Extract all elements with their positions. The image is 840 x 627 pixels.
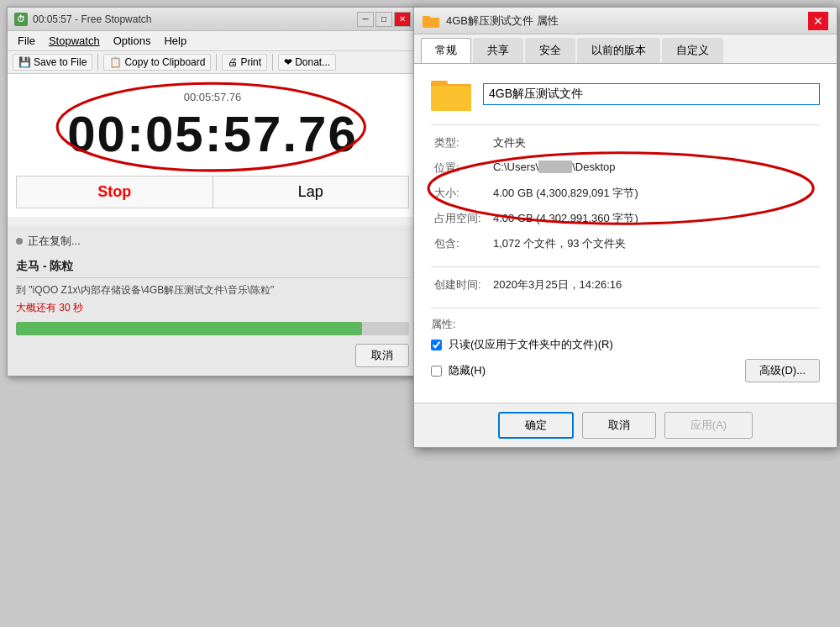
properties-dialog: 4GB解压测试文件 属性 ✕ 常规 共享 安全 以前的版本 自定义 4GB解压测… — [413, 7, 837, 448]
minimize-button[interactable]: ─ — [357, 12, 374, 27]
properties-table: 类型: 文件夹 位置: C:\Users\\Desktop 大小: 4.00 G… — [431, 130, 820, 256]
print-button[interactable]: 🖨 Print — [222, 54, 267, 71]
properties-titlebar: 4GB解压测试文件 属性 ✕ — [414, 8, 837, 34]
table-row-size: 大小: 4.00 GB (4,300,829,091 字节) — [431, 181, 820, 206]
label-location: 位置: — [431, 155, 490, 181]
folder-name-input[interactable]: 4GB解压测试文件 — [483, 83, 820, 105]
value-location: C:\Users\\Desktop — [490, 155, 820, 181]
table-row-created: 创建时间: 2020年3月25日，14:26:16 — [431, 272, 820, 298]
table-row-allocated: 占用空间: 4.00 GB (4,302,991,360 字节) — [431, 206, 820, 231]
readonly-checkbox-row: 只读(仅应用于文件夹中的文件)(R) — [431, 337, 820, 352]
svg-rect-2 — [423, 16, 430, 19]
divider-1 — [431, 124, 820, 125]
save-icon: 💾 — [18, 56, 31, 68]
close-button[interactable]: ✕ — [394, 12, 411, 27]
value-allocated: 4.00 GB (4,302,991,360 字节) — [490, 206, 820, 231]
label-size: 大小: — [431, 181, 490, 206]
cancel-btn-row: 取消 — [16, 344, 409, 367]
value-contains: 1,072 个文件，93 个文件夹 — [490, 231, 820, 256]
readonly-checkbox[interactable] — [431, 340, 442, 350]
folder-name-row: 4GB解压测试文件 — [431, 77, 820, 111]
copy-icon: 📋 — [109, 56, 122, 68]
stopwatch-time-container: 00:05:57.76 00:05:57.76 — [16, 82, 409, 167]
properties-folder-icon — [423, 14, 439, 28]
cancel-copy-button[interactable]: 取消 — [355, 344, 409, 367]
properties-tabs: 常规 共享 安全 以前的版本 自定义 — [414, 34, 837, 64]
advanced-button[interactable]: 高级(D)... — [745, 359, 820, 382]
label-type: 类型: — [431, 130, 490, 155]
tab-sharing[interactable]: 共享 — [473, 38, 523, 63]
tab-general[interactable]: 常规 — [421, 38, 471, 63]
stopwatch-toolbar: 💾 Save to File 📋 Copy to Clipboard 🖨 Pri… — [8, 51, 417, 74]
value-size: 4.00 GB (4,300,829,091 字节) — [490, 181, 820, 206]
stopwatch-time-small: 00:05:57.76 — [16, 91, 409, 103]
folder-large-icon — [431, 77, 471, 111]
copying-file-name: 走马 - 陈粒 — [16, 256, 409, 278]
apply-button[interactable]: 应用(A) — [664, 412, 753, 439]
copy-destination-path: 到 "iQOO Z1x\内部存储设备\4GB解压测试文件\音乐\陈粒" — [16, 283, 409, 298]
stopwatch-window-controls: ─ □ ✕ — [357, 12, 411, 27]
stopwatch-window: ⏱ 00:05:57 - Free Stopwatch ─ □ ✕ File S… — [7, 7, 418, 377]
print-label: Print — [240, 56, 261, 68]
menu-stopwatch[interactable]: Stopwatch — [42, 33, 107, 49]
maximize-button[interactable]: □ — [375, 12, 392, 27]
save-to-file-button[interactable]: 💾 Save to File — [13, 54, 92, 71]
toolbar-separator-2 — [216, 54, 217, 71]
donate-button[interactable]: ❤ Donat... — [278, 54, 336, 71]
ok-button[interactable]: 确定 — [498, 412, 574, 439]
label-allocated: 占用空间: — [431, 206, 490, 231]
toolbar-separator-3 — [272, 54, 273, 71]
tab-previous-versions[interactable]: 以前的版本 — [577, 38, 660, 63]
hidden-checkbox[interactable] — [431, 366, 442, 377]
tab-security[interactable]: 安全 — [525, 38, 575, 63]
stopwatch-body: 00:05:57.76 00:05:57.76 Stop Lap — [8, 74, 417, 217]
table-row-contains: 包含: 1,072 个文件，93 个文件夹 — [431, 231, 820, 256]
properties-table-date: 创建时间: 2020年3月25日，14:26:16 — [431, 272, 820, 298]
menu-help[interactable]: Help — [157, 33, 193, 49]
attributes-section: 属性: 只读(仅应用于文件夹中的文件)(R) 隐藏(H) 高级(D)... — [431, 317, 820, 382]
hidden-checkbox-row: 隐藏(H) 高级(D)... — [431, 359, 820, 382]
label-contains: 包含: — [431, 231, 490, 256]
hidden-label: 隐藏(H) — [449, 363, 486, 378]
copy-progress-container — [16, 322, 409, 335]
properties-close-button[interactable]: ✕ — [808, 12, 828, 30]
status-dot — [16, 238, 23, 245]
stopwatch-app-icon: ⏱ — [14, 13, 28, 26]
stopwatch-lower-panel: 正在复制... 走马 - 陈粒 到 "iQOO Z1x\内部存储设备\4GB解压… — [8, 225, 417, 376]
table-row: 类型: 文件夹 — [431, 130, 820, 155]
lap-button[interactable]: Lap — [213, 177, 409, 208]
attributes-label: 属性: — [431, 317, 820, 332]
properties-body: 4GB解压测试文件 类型: 文件夹 位置: C:\Users\\Desktop … — [414, 64, 837, 403]
stopwatch-time-large: 00:05:57.76 — [16, 107, 409, 162]
copy-status-row: 正在复制... — [16, 234, 409, 249]
divider-3 — [431, 308, 820, 308]
stopwatch-menubar: File Stopwatch Options Help — [8, 31, 417, 51]
stopwatch-title: 00:05:57 - Free Stopwatch — [33, 13, 357, 25]
copy-label: Copy to Clipboard — [124, 56, 205, 68]
divider-2 — [431, 266, 820, 267]
print-icon: 🖨 — [228, 56, 238, 68]
toolbar-separator — [97, 54, 98, 71]
donate-label: Donat... — [295, 56, 330, 68]
readonly-label: 只读(仅应用于文件夹中的文件)(R) — [449, 337, 613, 352]
tab-customize[interactable]: 自定义 — [662, 38, 723, 63]
svg-rect-5 — [431, 86, 471, 111]
stop-button[interactable]: Stop — [17, 177, 213, 208]
copy-to-clipboard-button[interactable]: 📋 Copy to Clipboard — [103, 54, 211, 71]
copy-status-text: 正在复制... — [28, 234, 81, 249]
table-row: 位置: C:\Users\\Desktop — [431, 155, 820, 181]
value-type: 文件夹 — [490, 130, 820, 155]
menu-file[interactable]: File — [11, 33, 42, 49]
properties-title: 4GB解压测试文件 属性 — [446, 13, 808, 29]
properties-footer: 确定 取消 应用(A) — [414, 403, 837, 447]
stopwatch-titlebar: ⏱ 00:05:57 - Free Stopwatch ─ □ ✕ — [8, 8, 417, 31]
cancel-footer-button[interactable]: 取消 — [582, 412, 656, 439]
stopwatch-controls: Stop Lap — [16, 176, 409, 208]
label-created: 创建时间: — [431, 272, 490, 298]
value-created: 2020年3月25日，14:26:16 — [490, 272, 820, 298]
menu-options[interactable]: Options — [107, 33, 158, 49]
properties-info-container: 类型: 文件夹 位置: C:\Users\\Desktop 大小: 4.00 G… — [431, 130, 820, 256]
heart-icon: ❤ — [284, 56, 292, 68]
copy-progress-bar — [16, 322, 362, 335]
copy-size-info: 大概还有 30 秒 — [16, 301, 409, 315]
